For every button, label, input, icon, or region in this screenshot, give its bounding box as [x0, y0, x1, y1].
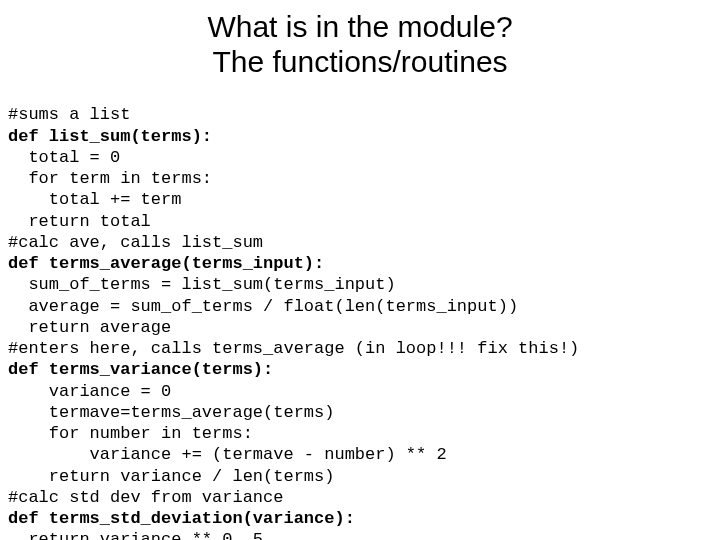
- code-line: return variance / len(terms): [8, 467, 334, 486]
- code-line: #sums a list: [8, 105, 130, 124]
- code-line: variance += (termave - number) ** 2: [8, 445, 447, 464]
- code-line: variance = 0: [8, 382, 171, 401]
- code-line: #enters here, calls terms_average (in lo…: [8, 339, 579, 358]
- code-line: def terms_std_deviation(variance):: [8, 509, 355, 528]
- code-line: sum_of_terms = list_sum(terms_input): [8, 275, 396, 294]
- code-line: #calc std dev from variance: [8, 488, 283, 507]
- code-line: return total: [8, 212, 151, 231]
- code-line: for term in terms:: [8, 169, 212, 188]
- code-line: def terms_variance(terms):: [8, 360, 273, 379]
- slide-title: What is in the module? The functions/rou…: [0, 0, 720, 83]
- code-line: total += term: [8, 190, 181, 209]
- code-line: total = 0: [8, 148, 120, 167]
- code-line: return variance ** 0. 5: [8, 530, 263, 540]
- title-line-1: What is in the module?: [0, 10, 720, 45]
- code-line: def list_sum(terms):: [8, 127, 212, 146]
- code-line: termave=terms_average(terms): [8, 403, 334, 422]
- code-line: def terms_average(terms_input):: [8, 254, 324, 273]
- code-line: for number in terms:: [8, 424, 253, 443]
- code-block: #sums a list def list_sum(terms): total …: [0, 83, 720, 540]
- code-line: average = sum_of_terms / float(len(terms…: [8, 297, 518, 316]
- code-line: #calc ave, calls list_sum: [8, 233, 263, 252]
- code-line: return average: [8, 318, 171, 337]
- title-line-2: The functions/routines: [0, 45, 720, 80]
